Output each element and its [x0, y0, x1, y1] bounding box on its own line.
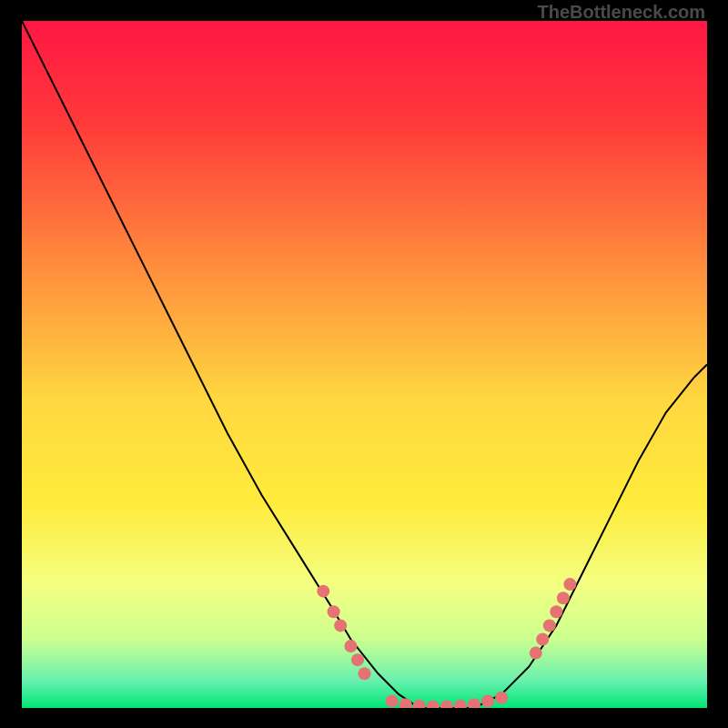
data-point	[386, 694, 399, 707]
data-point	[563, 578, 576, 591]
watermark-text: TheBottleneck.com	[538, 2, 705, 23]
data-point	[536, 633, 549, 646]
data-point	[351, 653, 364, 666]
data-point	[481, 694, 494, 707]
data-point	[550, 605, 562, 618]
data-point	[334, 619, 347, 632]
data-point	[495, 692, 508, 704]
chart-svg	[22, 21, 707, 708]
data-point	[543, 619, 556, 632]
data-point	[317, 585, 329, 598]
gradient-background	[22, 21, 707, 708]
data-point	[530, 647, 542, 660]
data-point	[328, 605, 340, 618]
data-point	[557, 592, 570, 604]
data-point	[344, 640, 357, 652]
data-point	[359, 667, 371, 680]
chart-area	[22, 21, 707, 708]
